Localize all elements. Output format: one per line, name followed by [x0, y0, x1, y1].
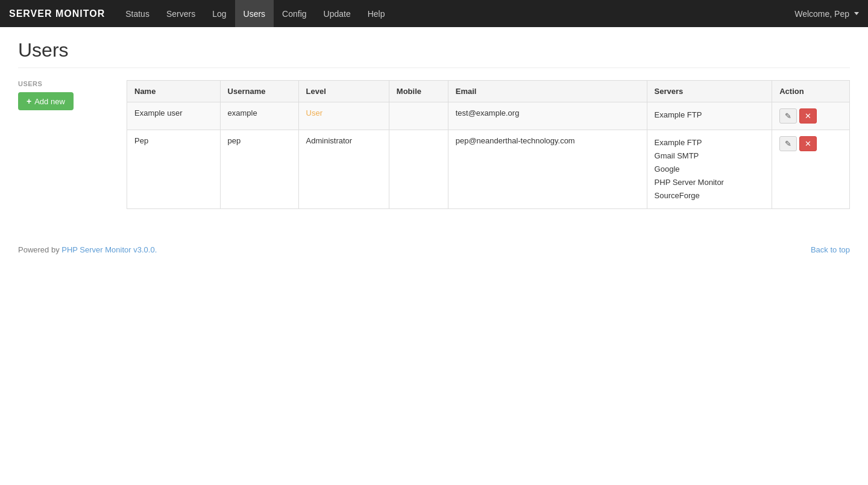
add-new-button[interactable]: + Add new [18, 92, 74, 110]
cell-level: User [298, 102, 389, 130]
pencil-icon: ✎ [785, 111, 791, 120]
x-icon: ✕ [805, 139, 811, 148]
cell-name: Pep [127, 130, 221, 209]
cell-name: Example user [127, 102, 221, 130]
pencil-icon: ✎ [785, 139, 791, 148]
table-header: Name Username Level Mobile Email Servers… [127, 81, 850, 102]
edit-button[interactable]: ✎ [779, 108, 797, 124]
col-username: Username [220, 81, 298, 102]
plus-icon: + [27, 96, 31, 106]
col-mobile: Mobile [389, 81, 448, 102]
x-icon: ✕ [805, 111, 811, 120]
powered-by-text: Powered by [18, 245, 61, 254]
nav-link-config[interactable]: Config [274, 0, 315, 27]
page-title: Users [18, 39, 850, 68]
cell-email: test@example.org [448, 102, 647, 130]
navbar: SERVER MONITOR StatusServersLogUsersConf… [0, 0, 868, 27]
table-row: Example userexampleUsertest@example.orgE… [127, 102, 850, 130]
cell-email: pep@neanderthal-technology.com [448, 130, 647, 209]
dropdown-caret-icon [854, 12, 859, 15]
main-container: Users USERS + Add new Name Username Leve… [0, 27, 868, 221]
php-server-monitor-link[interactable]: PHP Server Monitor v3.0.0. [61, 245, 157, 254]
server-name: Gmail SMTP [655, 149, 765, 163]
nav-link-help[interactable]: Help [359, 0, 394, 27]
footer-powered-by: Powered by PHP Server Monitor v3.0.0. [18, 245, 157, 254]
cell-servers: Example FTP [647, 102, 772, 130]
back-to-top-link[interactable]: Back to top [811, 245, 850, 254]
footer: Powered by PHP Server Monitor v3.0.0. Ba… [0, 239, 868, 260]
server-name: SourceForge [655, 189, 765, 202]
nav-link-log[interactable]: Log [204, 0, 234, 27]
nav-link-update[interactable]: Update [315, 0, 359, 27]
col-level: Level [298, 81, 389, 102]
cell-mobile [389, 130, 448, 209]
cell-username: pep [220, 130, 298, 209]
server-name: Example FTP [655, 136, 765, 149]
cell-username: example [220, 102, 298, 130]
edit-button[interactable]: ✎ [779, 136, 797, 151]
users-table-wrapper: Name Username Level Mobile Email Servers… [127, 80, 850, 209]
users-table: Name Username Level Mobile Email Servers… [127, 80, 850, 209]
nav-links: StatusServersLogUsersConfigUpdateHelp [117, 0, 794, 27]
cell-action: ✎✕ [772, 130, 850, 209]
cell-servers: Example FTPGmail SMTPGooglePHP Server Mo… [647, 130, 772, 209]
nav-link-users[interactable]: Users [235, 0, 274, 27]
col-action: Action [772, 81, 850, 102]
nav-link-status[interactable]: Status [117, 0, 158, 27]
table-header-row: Name Username Level Mobile Email Servers… [127, 81, 850, 102]
table-body: Example userexampleUsertest@example.orgE… [127, 102, 850, 209]
app-title: SERVER MONITOR [9, 8, 105, 19]
add-new-label: Add new [34, 97, 65, 106]
cell-level: Administrator [298, 130, 389, 209]
nav-link-servers[interactable]: Servers [158, 0, 204, 27]
user-menu[interactable]: Welcome, Pep [794, 9, 859, 19]
sidebar: USERS + Add new [18, 80, 115, 209]
col-name: Name [127, 81, 221, 102]
table-row: PeppepAdministratorpep@neanderthal-techn… [127, 130, 850, 209]
welcome-text: Welcome, Pep [794, 9, 849, 19]
server-name: PHP Server Monitor [655, 176, 765, 189]
content-area: USERS + Add new Name Username Level Mobi… [18, 80, 850, 209]
server-name: Google [655, 163, 765, 176]
delete-button[interactable]: ✕ [799, 136, 817, 151]
col-email: Email [448, 81, 647, 102]
cell-mobile [389, 102, 448, 130]
server-name: Example FTP [655, 108, 765, 122]
cell-action: ✎✕ [772, 102, 850, 130]
sidebar-label: USERS [18, 80, 115, 87]
col-servers: Servers [647, 81, 772, 102]
delete-button[interactable]: ✕ [799, 108, 817, 124]
